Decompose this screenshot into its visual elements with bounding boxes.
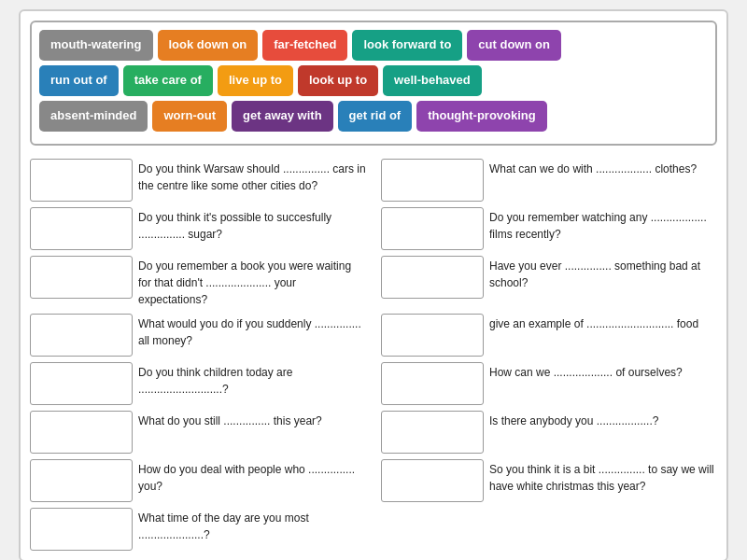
q-right-text-2: Have you ever ............... something … xyxy=(489,256,717,291)
q-left-item-7: What time of the day are you most ......… xyxy=(30,508,366,551)
q-right-text-5: Is there anybody you ..................? xyxy=(489,411,658,429)
q-right-input-4[interactable] xyxy=(381,362,484,405)
q-left-item-3: What would you do if you suddenly ......… xyxy=(30,314,366,357)
q-left-item-0: Do you think Warsaw should .............… xyxy=(30,159,366,202)
q-left-text-1: Do you think it's possible to succesfull… xyxy=(138,207,366,243)
q-right-input-5[interactable] xyxy=(381,411,484,454)
tile-0-4[interactable]: cut down on xyxy=(467,30,561,61)
tile-1-1[interactable]: take care of xyxy=(123,65,213,96)
q-right-input-2[interactable] xyxy=(381,256,484,299)
tile-2-4[interactable]: thought-provoking xyxy=(416,101,547,132)
tile-2-3[interactable]: get rid of xyxy=(338,101,413,132)
q-left-input-6[interactable] xyxy=(30,459,133,502)
tiles-row-0: mouth-wateringlook down onfar-fetchedloo… xyxy=(39,30,708,61)
q-right-text-1: Do you remember watching any ...........… xyxy=(489,207,717,243)
q-right-item-5: Is there anybody you ..................? xyxy=(381,411,717,454)
q-right-item-4: How can we ................... of oursel… xyxy=(381,362,717,405)
q-left-input-4[interactable] xyxy=(30,362,133,405)
q-right-empty-7 xyxy=(381,508,717,551)
tile-2-1[interactable]: worn-out xyxy=(152,101,227,132)
tile-0-0[interactable]: mouth-watering xyxy=(39,30,153,61)
q-right-text-3: give an example of .....................… xyxy=(489,314,698,332)
q-left-text-5: What do you still ............... this y… xyxy=(138,411,322,429)
q-left-item-4: Do you think children today are ........… xyxy=(30,362,366,405)
q-left-text-2: Do you remember a book you were waiting … xyxy=(138,256,366,308)
tile-1-3[interactable]: look up to xyxy=(298,65,378,96)
tile-0-1[interactable]: look down on xyxy=(158,30,259,61)
tile-1-0[interactable]: run out of xyxy=(39,65,119,96)
q-right-text-4: How can we ................... of oursel… xyxy=(489,362,683,381)
q-right-item-0: What can we do with .................. c… xyxy=(381,159,717,202)
q-left-input-7[interactable] xyxy=(30,508,133,551)
questions-area: Do you think Warsaw should .............… xyxy=(30,159,717,551)
q-right-item-1: Do you remember watching any ...........… xyxy=(381,207,717,250)
tile-2-2[interactable]: get away with xyxy=(232,101,333,132)
q-left-item-2: Do you remember a book you were waiting … xyxy=(30,256,366,308)
tile-2-0[interactable]: absent-minded xyxy=(39,101,148,132)
q-left-text-3: What would you do if you suddenly ......… xyxy=(138,314,366,349)
q-left-input-0[interactable] xyxy=(30,159,133,202)
tiles-row-2: absent-mindedworn-outget away withget ri… xyxy=(39,101,708,132)
q-left-text-7: What time of the day are you most ......… xyxy=(138,508,366,543)
q-right-item-6: So you think it is a bit ...............… xyxy=(381,459,717,502)
tile-1-2[interactable]: live up to xyxy=(218,65,293,96)
q-left-text-4: Do you think children today are ........… xyxy=(138,362,366,398)
q-left-text-6: How do you deal with people who ........… xyxy=(138,459,366,495)
q-right-input-0[interactable] xyxy=(381,159,484,202)
q-left-item-1: Do you think it's possible to succesfull… xyxy=(30,207,366,250)
q-left-input-1[interactable] xyxy=(30,207,133,250)
q-left-input-2[interactable] xyxy=(30,256,133,299)
q-right-text-0: What can we do with .................. c… xyxy=(489,159,697,177)
q-left-item-6: How do you deal with people who ........… xyxy=(30,459,366,502)
q-right-input-6[interactable] xyxy=(381,459,484,502)
q-right-input-1[interactable] xyxy=(381,207,484,250)
q-left-text-0: Do you think Warsaw should .............… xyxy=(138,159,366,194)
q-left-input-3[interactable] xyxy=(30,314,133,357)
q-right-input-3[interactable] xyxy=(381,314,484,357)
tile-1-4[interactable]: well-behaved xyxy=(383,65,482,96)
tile-0-3[interactable]: look forward to xyxy=(352,30,462,61)
main-container: mouth-wateringlook down onfar-fetchedloo… xyxy=(19,9,728,560)
tile-0-2[interactable]: far-fetched xyxy=(262,30,347,61)
q-right-text-6: So you think it is a bit ...............… xyxy=(489,459,717,495)
q-right-item-3: give an example of .....................… xyxy=(381,314,717,357)
q-right-item-2: Have you ever ............... something … xyxy=(381,256,717,308)
tiles-area: mouth-wateringlook down onfar-fetchedloo… xyxy=(30,21,717,146)
q-left-input-5[interactable] xyxy=(30,411,133,454)
q-left-item-5: What do you still ............... this y… xyxy=(30,411,366,454)
tiles-row-1: run out oftake care oflive up tolook up … xyxy=(39,65,708,96)
